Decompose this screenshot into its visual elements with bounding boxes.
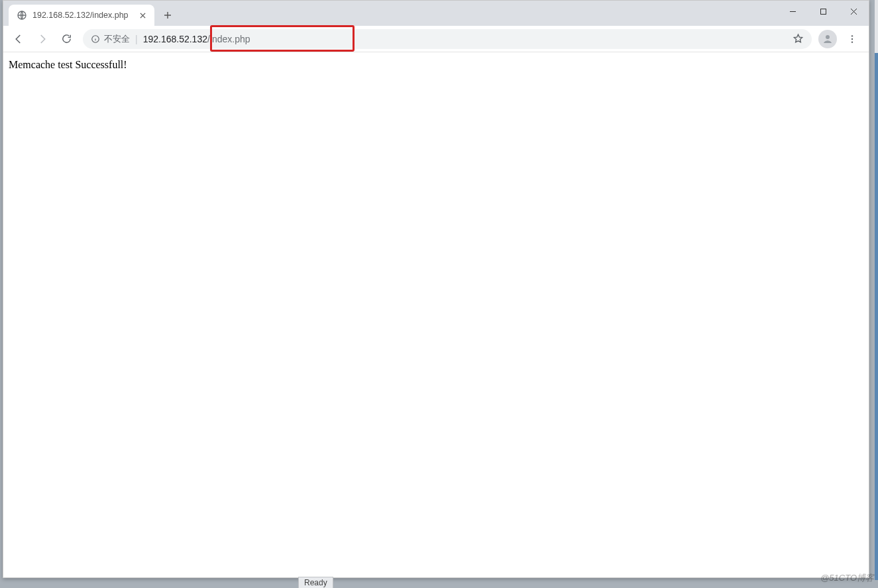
new-tab-button[interactable] [158,6,177,24]
insecure-label: 不安全 [104,33,130,45]
site-security-badge[interactable]: 不安全 [91,33,130,45]
svg-point-5 [851,38,853,39]
star-icon [793,33,804,44]
background-status-text: Ready [304,578,327,587]
tab-strip: 192.168.52.132/index.php [3,1,869,26]
address-bar[interactable]: 不安全 | 192.168.52.132/index.php [83,29,812,49]
reload-button[interactable] [55,29,78,49]
person-icon [822,33,834,45]
background-statusbar: Ready [298,577,333,588]
window-minimize-button[interactable] [777,1,808,22]
browser-tab[interactable]: 192.168.52.132/index.php [9,5,154,26]
svg-point-6 [851,41,853,42]
window-controls [777,1,869,22]
window-maximize-button[interactable] [808,1,838,22]
svg-point-3 [826,35,830,39]
tab-title: 192.168.52.132/index.php [32,11,129,20]
url-path: /index.php [207,34,250,44]
toolbar: 不安全 | 192.168.52.132/index.php [3,26,869,52]
page-viewport[interactable]: Memcache test Successfull! [3,52,869,577]
profile-avatar[interactable] [818,30,837,48]
url-host: 192.168.52.132 [143,34,207,44]
forward-button[interactable] [31,29,54,49]
dots-vertical-icon [847,34,857,44]
svg-point-4 [851,35,853,36]
page-body-text: Memcache test Successfull! [3,52,869,77]
background-strip-top [875,0,878,53]
back-button[interactable] [7,29,30,49]
bookmark-button[interactable] [793,33,804,44]
background-strip [875,53,878,580]
globe-icon [17,10,27,21]
browser-menu-button[interactable] [841,29,863,49]
info-icon [91,34,100,44]
svg-rect-1 [820,9,826,14]
tab-close-button[interactable] [137,10,148,21]
browser-window: 192.168.52.132/index.php [3,0,869,578]
window-close-button[interactable] [838,1,869,22]
url-text: 192.168.52.132/index.php [143,34,250,44]
watermark: @51CTO博客 [820,572,874,584]
